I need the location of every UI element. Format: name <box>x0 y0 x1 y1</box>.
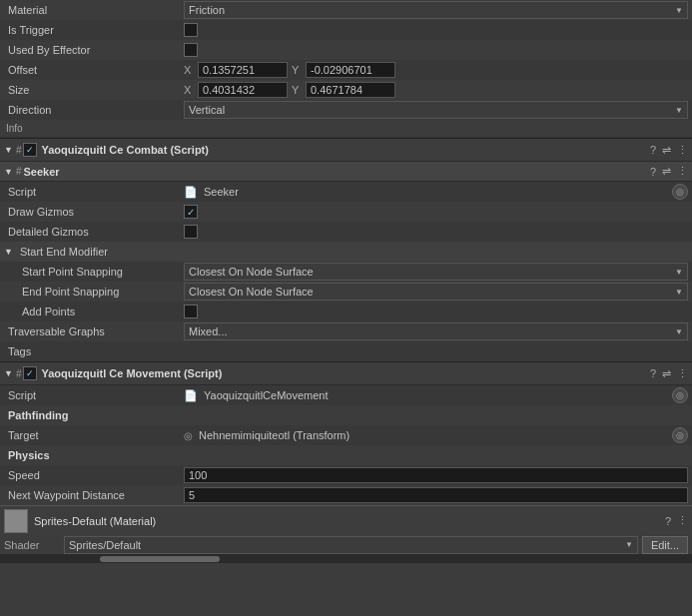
seeker-help-icon[interactable]: ? <box>650 166 656 178</box>
target-select-btn[interactable]: ◎ <box>672 427 688 443</box>
is-trigger-checkbox[interactable] <box>184 23 198 37</box>
start-end-modifier-row: ▼ Start End Modifier <box>0 242 692 262</box>
start-point-snapping-text: Closest On Node Surface <box>189 266 314 278</box>
traversable-graphs-dropdown[interactable]: Mixed... ▼ <box>184 322 688 340</box>
combat-script-value: 📄 Seeker <box>184 186 672 199</box>
seeker-header-icons: ? ⇌ ⋮ <box>650 165 688 178</box>
physics-row: Physics <box>0 445 692 465</box>
movement-script-label: Script <box>4 389 184 401</box>
material-help-icon[interactable]: ? <box>665 515 671 527</box>
end-point-dropdown-arrow-icon: ▼ <box>675 288 683 297</box>
add-points-row: Add Points <box>0 302 692 321</box>
direction-dropdown-arrow-icon: ▼ <box>675 106 683 115</box>
end-point-snapping-dropdown[interactable]: Closest On Node Surface ▼ <box>184 283 688 301</box>
combat-script-row: Script 📄 Seeker ◎ <box>0 182 692 202</box>
offset-row: Offset X Y <box>0 60 692 80</box>
offset-x-input[interactable] <box>198 62 288 78</box>
friction-text: Friction <box>189 4 225 16</box>
offset-x-label: X <box>184 64 194 76</box>
inspector-panel: Material Friction ▼ Is Trigger Used By E… <box>0 0 692 563</box>
combat-script-header: ▼ # Yaoquizquitl Ce Combat (Script) ? ⇌ … <box>0 138 692 162</box>
detailed-gizmos-checkbox[interactable] <box>184 225 198 239</box>
detailed-gizmos-row: Detailed Gizmos <box>0 222 692 242</box>
size-y-label: Y <box>292 84 302 96</box>
speed-row: Speed <box>0 465 692 485</box>
add-points-checkbox[interactable] <box>184 305 198 318</box>
draw-gizmos-checkbox[interactable] <box>184 205 198 219</box>
edit-button[interactable]: Edit... <box>642 536 688 554</box>
info-label: Info <box>6 123 23 134</box>
direction-text: Vertical <box>189 104 225 116</box>
combat-script-target-btn[interactable]: ◎ <box>672 184 688 200</box>
scrollbar-area <box>0 555 692 563</box>
target-icon: ◎ <box>184 430 193 441</box>
movement-settings-icon[interactable]: ⇌ <box>662 367 671 380</box>
combat-header-icons: ? ⇌ ⋮ <box>650 144 688 157</box>
start-point-snapping-row: Start Point Snapping Closest On Node Sur… <box>0 262 692 282</box>
end-point-snapping-value: Closest On Node Surface ▼ <box>184 283 688 301</box>
combat-foldout-icon[interactable]: ▼ <box>4 145 13 155</box>
offset-y-input[interactable] <box>306 62 395 78</box>
shader-label: Shader <box>4 539 64 551</box>
dropdown-arrow-icon: ▼ <box>675 6 683 15</box>
movement-script-row: Script 📄 YaoquizquitlCeMovement ◎ <box>0 385 692 405</box>
speed-input[interactable] <box>184 467 688 483</box>
traversable-graphs-dropdown-arrow-icon: ▼ <box>675 327 683 336</box>
start-point-snapping-dropdown[interactable]: Closest On Node Surface ▼ <box>184 263 688 281</box>
detailed-gizmos-label: Detailed Gizmos <box>4 226 184 238</box>
is-trigger-label: Is Trigger <box>4 24 184 36</box>
combat-more-icon[interactable]: ⋮ <box>677 144 688 157</box>
size-y-input[interactable] <box>306 82 395 98</box>
next-waypoint-value <box>184 487 688 503</box>
material-label: Material <box>4 4 184 16</box>
is-trigger-row: Is Trigger <box>0 20 692 40</box>
next-waypoint-input[interactable] <box>184 487 688 503</box>
movement-script-target-btn[interactable]: ◎ <box>672 387 688 403</box>
traversable-graphs-value: Mixed... ▼ <box>184 322 688 340</box>
combat-settings-icon[interactable]: ⇌ <box>662 144 671 157</box>
traversable-graphs-label: Traversable Graphs <box>4 325 184 337</box>
combat-script-text: Seeker <box>204 186 239 198</box>
material-section-header: Sprites-Default (Material) ? ⋮ <box>0 505 692 535</box>
target-value: ◎ Nehnemimiquiteotl (Transform) <box>184 429 672 441</box>
shader-row: Shader Sprites/Default ▼ Edit... <box>0 535 692 555</box>
seeker-settings-icon[interactable]: ⇌ <box>662 165 671 178</box>
direction-row: Direction Vertical ▼ <box>0 100 692 120</box>
draw-gizmos-label: Draw Gizmos <box>4 206 184 218</box>
combat-toggle-checkbox[interactable] <box>23 143 37 157</box>
movement-toggle-checkbox[interactable] <box>23 366 37 380</box>
pathfinding-row: Pathfinding <box>0 405 692 425</box>
material-more-icon[interactable]: ⋮ <box>677 514 688 527</box>
movement-help-icon[interactable]: ? <box>650 367 656 379</box>
movement-more-icon[interactable]: ⋮ <box>677 367 688 380</box>
scrollbar-thumb[interactable] <box>100 556 220 562</box>
size-x-input[interactable] <box>198 82 288 98</box>
seeker-foldout-icon[interactable]: ▼ <box>4 167 13 177</box>
traversable-graphs-row: Traversable Graphs Mixed... ▼ <box>0 321 692 341</box>
seeker-title: Seeker <box>23 166 649 178</box>
used-by-effector-value <box>184 43 688 57</box>
traversable-graphs-text: Mixed... <box>189 325 228 337</box>
end-point-snapping-row: End Point Snapping Closest On Node Surfa… <box>0 282 692 302</box>
is-trigger-value <box>184 23 688 37</box>
sprite-thumbnail <box>4 509 28 533</box>
material-title: Sprites-Default (Material) <box>34 515 665 527</box>
movement-script-value: 📄 YaoquizquitlCeMovement <box>184 389 672 402</box>
start-end-foldout-icon[interactable]: ▼ <box>4 247 13 257</box>
movement-foldout-icon[interactable]: ▼ <box>4 368 13 378</box>
direction-dropdown[interactable]: Vertical ▼ <box>184 101 688 119</box>
combat-help-icon[interactable]: ? <box>650 144 656 156</box>
seeker-more-icon[interactable]: ⋮ <box>677 165 688 178</box>
draw-gizmos-row: Draw Gizmos <box>0 202 692 222</box>
detailed-gizmos-value <box>184 225 688 239</box>
tags-label: Tags <box>4 345 184 357</box>
used-by-effector-checkbox[interactable] <box>184 43 198 57</box>
size-x-label: X <box>184 84 194 96</box>
info-row: Info <box>0 120 692 138</box>
friction-dropdown[interactable]: Friction ▼ <box>184 1 688 19</box>
combat-script-title: Yaoquizquitl Ce Combat (Script) <box>41 144 649 156</box>
size-label: Size <box>4 84 184 96</box>
movement-script-text: YaoquizquitlCeMovement <box>204 389 329 401</box>
end-point-snapping-text: Closest On Node Surface <box>189 286 314 298</box>
shader-dropdown[interactable]: Sprites/Default ▼ <box>64 536 638 554</box>
